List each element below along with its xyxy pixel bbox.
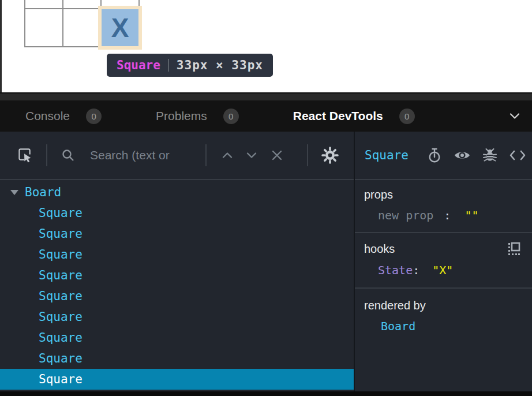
inspect-highlight-content: X bbox=[102, 9, 138, 46]
tab-problems[interactable]: Problems 0 bbox=[156, 109, 239, 124]
tree-item-square-selected[interactable]: Square bbox=[0, 369, 354, 390]
browser-page: X Square 33px × 33px bbox=[0, 0, 532, 92]
square-value: X bbox=[111, 12, 129, 43]
inspect-dom-eye-icon[interactable] bbox=[454, 149, 471, 162]
tree-item-square[interactable]: Square bbox=[0, 265, 354, 286]
tree-toolbar: Search (text or bbox=[0, 132, 354, 180]
inspect-tooltip: Square 33px × 33px bbox=[107, 54, 273, 77]
board-cell[interactable] bbox=[25, 9, 62, 46]
hook-state-label: State bbox=[378, 263, 413, 277]
parse-hook-names-icon[interactable] bbox=[507, 241, 522, 256]
new-prop-value-input[interactable]: "" bbox=[464, 208, 478, 222]
bottom-strip bbox=[0, 391, 532, 396]
caret-down-icon[interactable] bbox=[10, 190, 18, 195]
tree-item-label: Square bbox=[39, 248, 83, 261]
search-next-icon[interactable] bbox=[246, 152, 257, 159]
tree-item-square[interactable]: Square bbox=[0, 307, 354, 327]
prop-row: new prop : "" bbox=[364, 208, 523, 222]
search-icon bbox=[61, 148, 75, 162]
tree-item-square[interactable]: Square bbox=[0, 348, 354, 369]
hooks-section: hooks State : "X" bbox=[355, 233, 532, 289]
tree-item-label: Square bbox=[39, 310, 83, 324]
components-tree-panel: Search (text or bbox=[0, 132, 354, 391]
profiler-stopwatch-icon[interactable] bbox=[427, 147, 442, 163]
toolbar-divider bbox=[307, 144, 308, 166]
rendered-by-title: rendered by bbox=[364, 299, 523, 312]
tree-item-label: Square bbox=[39, 227, 83, 241]
tab-react-devtools-label: React DevTools bbox=[293, 109, 383, 123]
tab-console-label: Console bbox=[25, 109, 70, 123]
tic-tac-toe-board: X bbox=[24, 0, 140, 47]
board-cell[interactable] bbox=[63, 0, 100, 8]
search-prev-icon[interactable] bbox=[222, 152, 233, 159]
tab-react-devtools-badge: 0 bbox=[399, 109, 415, 124]
toolbar-divider bbox=[46, 144, 47, 166]
tooltip-dimensions: 33px × 33px bbox=[177, 58, 263, 72]
tab-console-badge: 0 bbox=[86, 109, 102, 124]
rendered-by-board-link[interactable]: Board bbox=[364, 319, 523, 333]
search-input[interactable]: Search (text or bbox=[90, 148, 205, 162]
tree-item-label: Square bbox=[39, 372, 83, 386]
tree-item-label: Square bbox=[39, 352, 83, 365]
hook-row: State : "X" bbox=[364, 263, 523, 277]
tree-item-square[interactable]: Square bbox=[0, 223, 354, 244]
window-edge bbox=[0, 0, 2, 92]
tree-item-label: Square bbox=[39, 289, 83, 303]
log-bug-icon[interactable] bbox=[482, 148, 497, 163]
new-prop-input[interactable]: new prop bbox=[378, 208, 433, 222]
tree-item-square[interactable]: Square bbox=[0, 286, 354, 307]
tab-problems-label: Problems bbox=[156, 109, 207, 123]
board-cell-inspected[interactable]: X bbox=[102, 9, 138, 46]
prop-colon: : bbox=[444, 208, 451, 222]
tab-console[interactable]: Console 0 bbox=[25, 109, 102, 124]
tree-item-label: Square bbox=[39, 331, 83, 345]
hook-colon: : bbox=[413, 263, 419, 277]
tab-problems-badge: 0 bbox=[223, 109, 239, 124]
inspect-element-icon[interactable] bbox=[17, 147, 33, 164]
tree-item-square[interactable]: Square bbox=[0, 203, 354, 223]
toolbar-divider bbox=[205, 144, 207, 166]
inspector-header: Square bbox=[355, 132, 532, 180]
board-cell[interactable] bbox=[25, 0, 62, 8]
devtools-top-strip bbox=[0, 92, 532, 100]
props-section: props new prop : "" bbox=[355, 180, 532, 233]
tree-item-label: Square bbox=[39, 268, 83, 282]
board-cell[interactable] bbox=[63, 9, 100, 46]
hook-state-value-input[interactable]: "X" bbox=[432, 263, 453, 277]
tooltip-component-name: Square bbox=[117, 58, 160, 72]
props-section-title: props bbox=[364, 188, 523, 201]
tooltip-separator bbox=[168, 59, 169, 72]
clear-search-icon[interactable] bbox=[271, 150, 283, 161]
tree-item-label: Square bbox=[39, 206, 83, 220]
selected-component-name: Square bbox=[365, 148, 409, 162]
react-devtools-panel: Search (text or bbox=[0, 132, 532, 391]
tree-item-square[interactable]: Square bbox=[0, 244, 354, 265]
component-inspector-panel: Square bbox=[355, 132, 532, 391]
hooks-section-title: hooks bbox=[364, 242, 395, 256]
tree-item-label: Board bbox=[25, 185, 61, 199]
settings-gear-icon[interactable] bbox=[321, 146, 339, 165]
devtools-tab-bar: Console 0 Problems 0 React DevTools 0 bbox=[0, 100, 532, 132]
chevron-down-icon[interactable] bbox=[509, 113, 520, 119]
tree-item-board[interactable]: Board bbox=[0, 182, 354, 203]
rendered-by-section: rendered by Board bbox=[355, 289, 532, 391]
view-source-code-icon[interactable] bbox=[509, 148, 526, 162]
tree-item-square[interactable]: Square bbox=[0, 327, 354, 348]
component-tree: Board Square Square Square Square Square… bbox=[0, 180, 354, 391]
tab-react-devtools[interactable]: React DevTools 0 bbox=[293, 109, 415, 124]
